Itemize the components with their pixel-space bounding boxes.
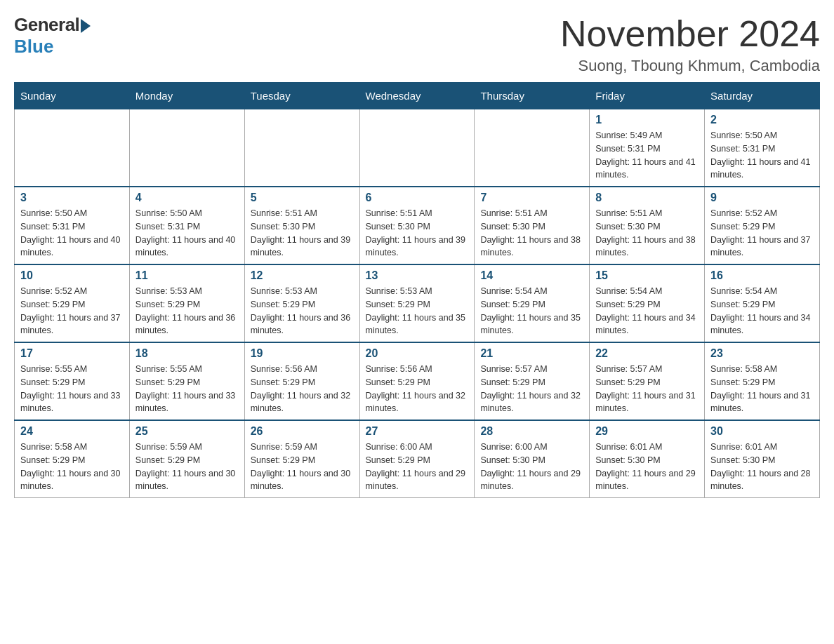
calendar-cell: 23Sunrise: 5:58 AMSunset: 5:29 PMDayligh… bbox=[705, 342, 820, 420]
calendar-cell: 24Sunrise: 5:58 AMSunset: 5:29 PMDayligh… bbox=[15, 420, 130, 498]
day-info: Sunrise: 5:52 AMSunset: 5:29 PMDaylight:… bbox=[710, 207, 814, 260]
day-info: Sunrise: 5:55 AMSunset: 5:29 PMDaylight:… bbox=[20, 363, 124, 415]
day-info: Sunrise: 5:57 AMSunset: 5:29 PMDaylight:… bbox=[480, 363, 583, 415]
logo: General Blue bbox=[14, 14, 91, 58]
day-info: Sunrise: 5:57 AMSunset: 5:29 PMDaylight:… bbox=[595, 363, 699, 415]
calendar-week-row: 3Sunrise: 5:50 AMSunset: 5:31 PMDaylight… bbox=[15, 187, 820, 264]
calendar-cell bbox=[244, 109, 359, 187]
day-number: 27 bbox=[366, 425, 469, 438]
day-number: 17 bbox=[20, 347, 124, 360]
calendar-cell: 27Sunrise: 6:00 AMSunset: 5:29 PMDayligh… bbox=[359, 420, 475, 498]
calendar-cell: 28Sunrise: 6:00 AMSunset: 5:30 PMDayligh… bbox=[475, 420, 590, 498]
calendar-cell: 30Sunrise: 6:01 AMSunset: 5:30 PMDayligh… bbox=[705, 420, 820, 498]
calendar-week-row: 10Sunrise: 5:52 AMSunset: 5:29 PMDayligh… bbox=[15, 264, 820, 342]
calendar-cell: 7Sunrise: 5:51 AMSunset: 5:30 PMDaylight… bbox=[475, 187, 590, 264]
month-year-title: November 2024 bbox=[560, 14, 820, 54]
calendar-cell: 8Sunrise: 5:51 AMSunset: 5:30 PMDaylight… bbox=[590, 187, 705, 264]
day-number: 30 bbox=[710, 425, 814, 438]
calendar-header-row: SundayMondayTuesdayWednesdayThursdayFrid… bbox=[15, 83, 820, 109]
day-number: 2 bbox=[710, 114, 814, 126]
calendar-cell: 10Sunrise: 5:52 AMSunset: 5:29 PMDayligh… bbox=[15, 264, 130, 342]
calendar-cell: 9Sunrise: 5:52 AMSunset: 5:29 PMDaylight… bbox=[705, 187, 820, 264]
day-number: 11 bbox=[135, 269, 239, 282]
day-info: Sunrise: 5:51 AMSunset: 5:30 PMDaylight:… bbox=[595, 207, 699, 260]
header-friday: Friday bbox=[590, 83, 705, 109]
calendar-table: SundayMondayTuesdayWednesdayThursdayFrid… bbox=[14, 82, 820, 498]
calendar-cell: 13Sunrise: 5:53 AMSunset: 5:29 PMDayligh… bbox=[359, 264, 475, 342]
calendar-week-row: 24Sunrise: 5:58 AMSunset: 5:29 PMDayligh… bbox=[15, 420, 820, 498]
day-info: Sunrise: 5:56 AMSunset: 5:29 PMDaylight:… bbox=[251, 363, 354, 415]
logo-arrow-icon bbox=[81, 19, 91, 33]
calendar-cell: 29Sunrise: 6:01 AMSunset: 5:30 PMDayligh… bbox=[590, 420, 705, 498]
day-number: 18 bbox=[135, 347, 239, 360]
calendar-cell: 15Sunrise: 5:54 AMSunset: 5:29 PMDayligh… bbox=[590, 264, 705, 342]
day-info: Sunrise: 5:54 AMSunset: 5:29 PMDaylight:… bbox=[595, 285, 699, 337]
header-monday: Monday bbox=[129, 83, 244, 109]
day-number: 5 bbox=[251, 192, 354, 204]
calendar-cell: 3Sunrise: 5:50 AMSunset: 5:31 PMDaylight… bbox=[15, 187, 130, 264]
day-info: Sunrise: 5:53 AMSunset: 5:29 PMDaylight:… bbox=[135, 285, 239, 337]
day-info: Sunrise: 5:52 AMSunset: 5:29 PMDaylight:… bbox=[20, 285, 124, 337]
calendar-cell: 11Sunrise: 5:53 AMSunset: 5:29 PMDayligh… bbox=[129, 264, 244, 342]
day-number: 6 bbox=[366, 192, 469, 204]
header-thursday: Thursday bbox=[475, 83, 590, 109]
header-sunday: Sunday bbox=[15, 83, 130, 109]
day-number: 25 bbox=[135, 425, 239, 438]
day-number: 8 bbox=[595, 192, 699, 204]
calendar-cell: 17Sunrise: 5:55 AMSunset: 5:29 PMDayligh… bbox=[15, 342, 130, 420]
calendar-cell: 25Sunrise: 5:59 AMSunset: 5:29 PMDayligh… bbox=[129, 420, 244, 498]
calendar-week-row: 1Sunrise: 5:49 AMSunset: 5:31 PMDaylight… bbox=[15, 109, 820, 187]
day-info: Sunrise: 5:53 AMSunset: 5:29 PMDaylight:… bbox=[251, 285, 354, 337]
day-number: 29 bbox=[595, 425, 699, 438]
day-info: Sunrise: 5:50 AMSunset: 5:31 PMDaylight:… bbox=[135, 207, 239, 260]
day-info: Sunrise: 5:58 AMSunset: 5:29 PMDaylight:… bbox=[710, 363, 814, 415]
day-info: Sunrise: 6:01 AMSunset: 5:30 PMDaylight:… bbox=[595, 441, 699, 493]
location-subtitle: Suong, Tboung Khmum, Cambodia bbox=[560, 57, 820, 75]
day-info: Sunrise: 6:01 AMSunset: 5:30 PMDaylight:… bbox=[710, 441, 814, 493]
calendar-cell: 19Sunrise: 5:56 AMSunset: 5:29 PMDayligh… bbox=[244, 342, 359, 420]
day-info: Sunrise: 5:58 AMSunset: 5:29 PMDaylight:… bbox=[20, 441, 124, 493]
title-section: November 2024 Suong, Tboung Khmum, Cambo… bbox=[560, 14, 820, 75]
header-saturday: Saturday bbox=[705, 83, 820, 109]
day-info: Sunrise: 5:53 AMSunset: 5:29 PMDaylight:… bbox=[366, 285, 469, 337]
calendar-cell bbox=[15, 109, 130, 187]
day-number: 23 bbox=[710, 347, 814, 360]
calendar-cell bbox=[129, 109, 244, 187]
calendar-cell: 5Sunrise: 5:51 AMSunset: 5:30 PMDaylight… bbox=[244, 187, 359, 264]
day-info: Sunrise: 5:54 AMSunset: 5:29 PMDaylight:… bbox=[710, 285, 814, 337]
day-number: 15 bbox=[595, 269, 699, 282]
day-info: Sunrise: 5:51 AMSunset: 5:30 PMDaylight:… bbox=[251, 207, 354, 260]
day-number: 7 bbox=[480, 192, 583, 204]
calendar-cell: 26Sunrise: 5:59 AMSunset: 5:29 PMDayligh… bbox=[244, 420, 359, 498]
header-wednesday: Wednesday bbox=[359, 83, 475, 109]
day-info: Sunrise: 5:51 AMSunset: 5:30 PMDaylight:… bbox=[366, 207, 469, 260]
day-number: 24 bbox=[20, 425, 124, 438]
day-info: Sunrise: 5:59 AMSunset: 5:29 PMDaylight:… bbox=[251, 441, 354, 493]
day-number: 9 bbox=[710, 192, 814, 204]
day-number: 16 bbox=[710, 269, 814, 282]
day-info: Sunrise: 6:00 AMSunset: 5:30 PMDaylight:… bbox=[480, 441, 583, 493]
logo-general-text: General bbox=[14, 14, 79, 36]
day-number: 21 bbox=[480, 347, 583, 360]
calendar-cell bbox=[359, 109, 475, 187]
day-number: 19 bbox=[251, 347, 354, 360]
day-number: 1 bbox=[595, 114, 699, 126]
day-number: 10 bbox=[20, 269, 124, 282]
day-number: 12 bbox=[251, 269, 354, 282]
day-number: 20 bbox=[366, 347, 469, 360]
day-number: 4 bbox=[135, 192, 239, 204]
day-number: 22 bbox=[595, 347, 699, 360]
day-info: Sunrise: 5:50 AMSunset: 5:31 PMDaylight:… bbox=[20, 207, 124, 260]
logo-blue-text: Blue bbox=[14, 36, 53, 58]
day-number: 3 bbox=[20, 192, 124, 204]
calendar-cell bbox=[475, 109, 590, 187]
day-info: Sunrise: 5:59 AMSunset: 5:29 PMDaylight:… bbox=[135, 441, 239, 493]
calendar-cell: 20Sunrise: 5:56 AMSunset: 5:29 PMDayligh… bbox=[359, 342, 475, 420]
day-info: Sunrise: 5:50 AMSunset: 5:31 PMDaylight:… bbox=[710, 129, 814, 182]
day-info: Sunrise: 5:56 AMSunset: 5:29 PMDaylight:… bbox=[366, 363, 469, 415]
header-tuesday: Tuesday bbox=[244, 83, 359, 109]
day-info: Sunrise: 6:00 AMSunset: 5:29 PMDaylight:… bbox=[366, 441, 469, 493]
calendar-cell: 4Sunrise: 5:50 AMSunset: 5:31 PMDaylight… bbox=[129, 187, 244, 264]
calendar-cell: 22Sunrise: 5:57 AMSunset: 5:29 PMDayligh… bbox=[590, 342, 705, 420]
day-info: Sunrise: 5:55 AMSunset: 5:29 PMDaylight:… bbox=[135, 363, 239, 415]
